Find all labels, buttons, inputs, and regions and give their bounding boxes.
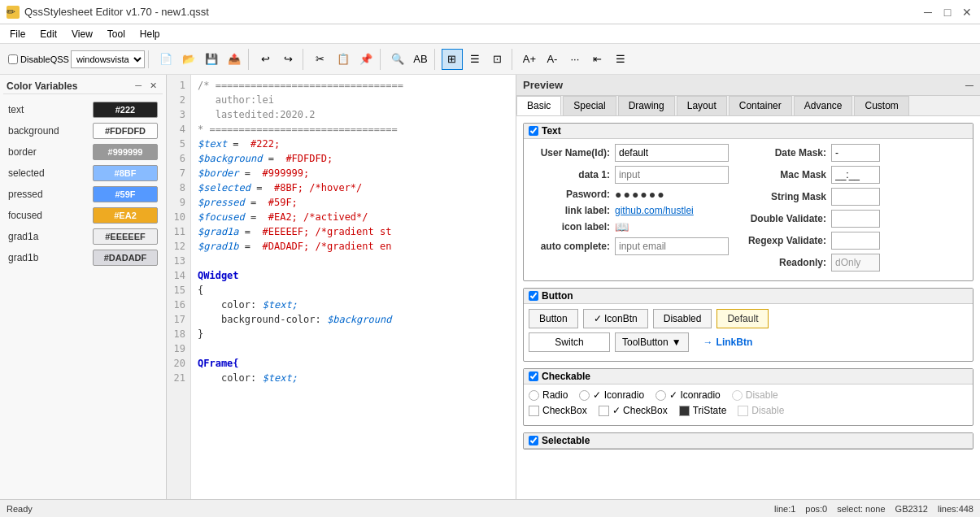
link-label-value[interactable]: github.com/hustlei bbox=[615, 205, 694, 216]
radio-item[interactable]: Radio bbox=[529, 389, 568, 401]
code-line[interactable] bbox=[198, 341, 403, 356]
username-label: User Name(Id): bbox=[529, 147, 610, 159]
preview-minimize-icon[interactable]: ─ bbox=[965, 79, 973, 92]
color-swatch[interactable]: #222 bbox=[93, 102, 158, 118]
tab-basic[interactable]: Basic bbox=[516, 96, 561, 115]
color-swatch[interactable]: #EA2 bbox=[93, 207, 158, 224]
code-line[interactable]: $grad1b = #DADADF; /*gradient en bbox=[198, 239, 403, 254]
text-section-checkbox[interactable] bbox=[529, 126, 538, 136]
password-field[interactable]: ●●●●●● bbox=[615, 188, 666, 201]
iconradio1-item[interactable]: ✓ Iconradio bbox=[579, 389, 644, 401]
code-line[interactable]: color: $text; bbox=[198, 298, 403, 312]
disabled-button[interactable]: Disabled bbox=[653, 309, 712, 328]
color-swatch[interactable]: #DADADF bbox=[93, 250, 158, 266]
font-smaller-button[interactable]: A- bbox=[542, 49, 563, 70]
iconbtn-button[interactable]: ✓ IconBtn bbox=[583, 309, 648, 328]
settings-button[interactable]: ⊡ bbox=[487, 49, 508, 70]
code-line[interactable]: color: $text; bbox=[198, 371, 403, 385]
code-line[interactable]: $border = #999999; bbox=[198, 166, 403, 180]
list-view-button[interactable]: ☰ bbox=[464, 49, 486, 70]
font-larger-button[interactable]: A+ bbox=[519, 49, 540, 70]
redo-button[interactable]: ↪ bbox=[278, 49, 299, 70]
menu-edit[interactable]: Edit bbox=[33, 27, 63, 41]
tab-advance[interactable]: Advance bbox=[794, 96, 853, 115]
code-line[interactable]: lastedited:2020.2 bbox=[198, 107, 403, 122]
code-line[interactable]: { bbox=[198, 283, 403, 298]
username-input[interactable] bbox=[615, 144, 729, 162]
code-line[interactable]: } bbox=[198, 327, 403, 341]
code-line[interactable]: /* ================================ bbox=[198, 78, 403, 93]
macmask-input[interactable] bbox=[831, 166, 880, 184]
code-line[interactable]: $focused = #EA2; /*actived*/ bbox=[198, 210, 403, 224]
code-line[interactable]: author:lei bbox=[198, 93, 403, 107]
undo-button[interactable]: ↩ bbox=[255, 49, 277, 70]
data1-input[interactable] bbox=[615, 166, 729, 184]
format-button[interactable]: ☰ bbox=[610, 49, 631, 70]
menu-help[interactable]: Help bbox=[133, 27, 167, 41]
menu-tool[interactable]: Tool bbox=[101, 27, 132, 41]
tab-custom[interactable]: Custom bbox=[854, 96, 908, 115]
autocomplete-input[interactable] bbox=[615, 237, 729, 255]
color-panel-close[interactable]: ✕ bbox=[147, 80, 159, 92]
color-swatch[interactable]: #999999 bbox=[93, 144, 158, 160]
code-line[interactable]: $grad1a = #EEEEEF; /*gradient st bbox=[198, 224, 403, 239]
code-line[interactable]: QWidget bbox=[198, 268, 403, 283]
more-button[interactable]: ··· bbox=[564, 49, 586, 70]
color-swatch[interactable]: #8BF bbox=[93, 165, 158, 181]
code-text[interactable]: /* ================================ auth… bbox=[191, 75, 410, 499]
code-line[interactable] bbox=[198, 254, 403, 268]
tab-layout[interactable]: Layout bbox=[677, 96, 727, 115]
code-line[interactable]: QFrame{ bbox=[198, 356, 403, 371]
maximize-button[interactable]: □ bbox=[941, 6, 954, 19]
tab-special[interactable]: Special bbox=[563, 96, 616, 115]
tristate-item[interactable]: TriState bbox=[679, 405, 727, 416]
doublevalidate-input[interactable] bbox=[831, 210, 880, 228]
code-line[interactable]: $selected = #8BF; /*hover*/ bbox=[198, 180, 403, 195]
datemask-input[interactable] bbox=[831, 144, 880, 162]
tab-container[interactable]: Container bbox=[729, 96, 792, 115]
new-button[interactable]: 📄 bbox=[155, 49, 176, 70]
theme-select[interactable]: windowsvista fusion windows bbox=[71, 50, 145, 68]
regexpvalidate-input[interactable] bbox=[831, 232, 880, 250]
checkable-section-checkbox[interactable] bbox=[529, 371, 538, 381]
linkbtn-button[interactable]: → LinkBtn bbox=[694, 332, 763, 352]
checkbox-item[interactable]: CheckBox bbox=[529, 405, 587, 416]
iconradio2-item[interactable]: ✓ Iconradio bbox=[656, 389, 721, 401]
code-line[interactable]: * ================================ bbox=[198, 122, 403, 137]
export-button[interactable]: 📤 bbox=[224, 49, 245, 70]
selectable-section-checkbox[interactable] bbox=[529, 436, 538, 445]
cut-button[interactable]: ✂ bbox=[310, 49, 331, 70]
iconradio1-circle bbox=[579, 390, 590, 401]
color-swatch[interactable]: #EEEEEF bbox=[93, 228, 158, 245]
menu-file[interactable]: File bbox=[3, 27, 32, 41]
code-line[interactable]: $text = #222; bbox=[198, 137, 403, 151]
open-button[interactable]: 📂 bbox=[178, 49, 199, 70]
close-button[interactable]: ✕ bbox=[960, 6, 973, 19]
disable-qss-checkbox[interactable]: DisableQSS bbox=[8, 54, 69, 64]
menu-view[interactable]: View bbox=[65, 27, 99, 41]
toolbutton-button[interactable]: ToolButton ▼ bbox=[615, 332, 689, 352]
iconcheckbox-item[interactable]: ✓ CheckBox bbox=[599, 405, 668, 416]
copy-button[interactable]: 📋 bbox=[333, 49, 354, 70]
tab-drawing[interactable]: Drawing bbox=[618, 96, 675, 115]
paste-button[interactable]: 📌 bbox=[355, 49, 377, 70]
code-line[interactable]: $background = #FDFDFD; bbox=[198, 151, 403, 166]
button-section-checkbox[interactable] bbox=[529, 291, 538, 301]
code-line[interactable]: background-color: $background bbox=[198, 312, 403, 327]
indent-button[interactable]: ⇤ bbox=[587, 49, 608, 70]
line-number: 3 bbox=[167, 107, 190, 122]
code-line[interactable]: $pressed = #59F; bbox=[198, 195, 403, 210]
color-swatch[interactable]: #FDFDFD bbox=[93, 123, 158, 139]
button-normal[interactable]: Button bbox=[529, 309, 578, 328]
switch-button[interactable]: Switch bbox=[529, 332, 610, 352]
save-button[interactable]: 💾 bbox=[201, 49, 222, 70]
color-panel-minimize[interactable]: ─ bbox=[133, 80, 144, 92]
replace-button[interactable]: AB bbox=[410, 49, 431, 70]
default-button[interactable]: Default bbox=[716, 309, 769, 328]
grid-view-button[interactable]: ⊞ bbox=[442, 49, 463, 70]
color-swatch[interactable]: #59F bbox=[93, 186, 158, 202]
stringmask-input[interactable] bbox=[831, 188, 880, 206]
status-select: select: none bbox=[837, 504, 885, 514]
find-button[interactable]: 🔍 bbox=[387, 49, 408, 70]
minimize-button[interactable]: ─ bbox=[921, 6, 934, 19]
